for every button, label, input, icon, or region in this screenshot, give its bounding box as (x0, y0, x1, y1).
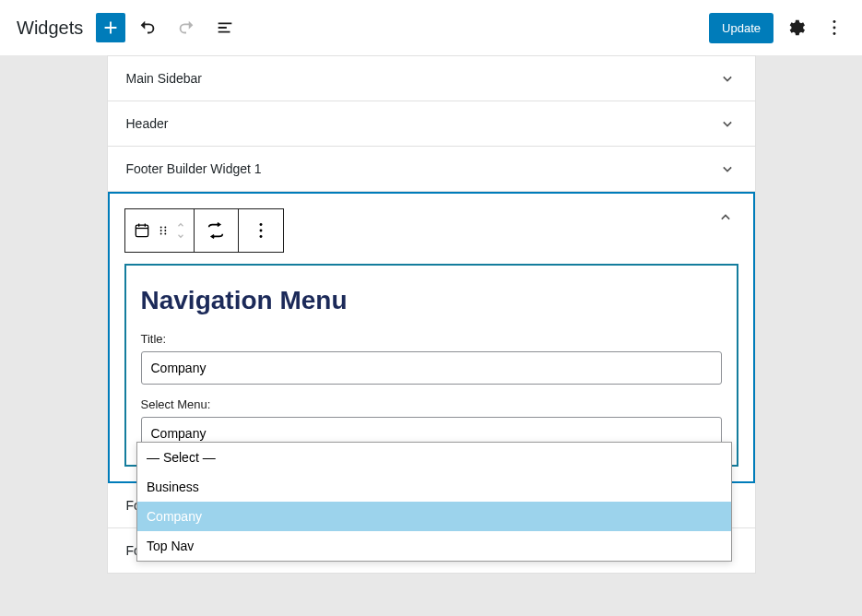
area-header[interactable]: Header (108, 101, 755, 147)
add-block-button[interactable] (96, 13, 125, 42)
settings-button[interactable] (779, 11, 812, 44)
gear-icon (785, 18, 806, 38)
block-toolbar (124, 208, 284, 253)
chevron-down-icon (718, 160, 737, 178)
editor-toolbar: Widgets Update (0, 0, 862, 55)
calendar-icon (133, 221, 151, 240)
drag-handle-icon[interactable] (157, 224, 170, 237)
svg-point-4 (159, 227, 161, 229)
plus-icon (100, 18, 121, 38)
select-menu-label: Select Menu: (141, 397, 722, 411)
title-input[interactable] (141, 351, 722, 385)
chevron-up-icon[interactable] (716, 208, 735, 227)
transform-button[interactable] (195, 209, 239, 252)
area-label: Header (126, 116, 169, 131)
svg-point-5 (164, 227, 166, 229)
svg-point-11 (259, 230, 262, 232)
option-placeholder[interactable]: — Select — (137, 443, 731, 472)
list-view-icon (215, 18, 235, 38)
area-main-sidebar[interactable]: Main Sidebar (108, 55, 755, 101)
option-topnav[interactable]: Top Nav (137, 531, 731, 561)
svg-point-10 (259, 223, 262, 226)
widget-heading: Navigation Menu (141, 286, 722, 315)
option-business[interactable]: Business (137, 472, 731, 502)
kebab-icon (824, 18, 844, 38)
svg-point-6 (159, 230, 161, 231)
list-view-button[interactable] (208, 11, 242, 44)
area-label: Main Sidebar (126, 71, 203, 86)
more-options-button[interactable] (818, 11, 851, 44)
title-label: Title: (141, 332, 722, 346)
svg-point-12 (259, 235, 262, 238)
select-current-value: Company (151, 426, 207, 441)
svg-point-0 (833, 20, 836, 23)
svg-point-8 (159, 233, 161, 235)
update-button[interactable]: Update (709, 13, 773, 43)
redo-button (170, 11, 203, 44)
transform-icon (206, 220, 226, 241)
svg-point-1 (833, 27, 836, 30)
page-title: Widgets (17, 18, 83, 39)
chevron-down-icon (718, 69, 737, 88)
redo-icon (176, 18, 196, 38)
move-down-icon (175, 231, 186, 241)
area-label: Footer Builder Widget 1 (126, 161, 262, 176)
block-options-button[interactable] (239, 209, 283, 252)
navigation-menu-widget: Navigation Menu Title: Select Menu: Comp… (124, 264, 738, 467)
option-company[interactable]: Company (137, 502, 731, 531)
select-menu-listbox[interactable]: — Select — Business Company Top Nav (136, 442, 732, 562)
svg-point-2 (833, 32, 836, 35)
undo-button[interactable] (131, 11, 164, 44)
kebab-icon (251, 220, 271, 241)
block-mover[interactable] (175, 220, 186, 241)
area-footer-widget-1[interactable]: Footer Builder Widget 1 (108, 147, 755, 192)
selected-block-container: Navigation Menu Title: Select Menu: Comp… (108, 192, 755, 483)
chevron-down-icon (718, 114, 737, 133)
undo-icon (137, 18, 158, 38)
svg-point-7 (164, 230, 166, 231)
svg-rect-3 (136, 225, 148, 236)
block-type-cell[interactable] (125, 209, 195, 252)
svg-point-9 (164, 233, 166, 235)
move-up-icon (175, 220, 186, 230)
